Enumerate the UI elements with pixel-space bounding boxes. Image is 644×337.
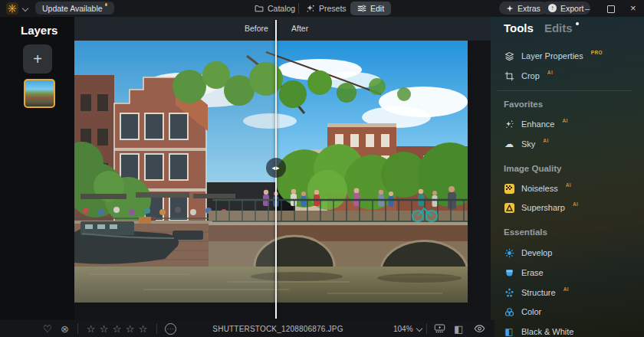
ai-badge: AI [543,138,548,143]
compare-arrows-icon: ◂▸ [271,164,280,172]
tool-item-erase[interactable]: Erase [504,265,544,280]
cloud-icon: ☁ [504,139,514,149]
tool-label: Sky [521,139,535,149]
chevron-down-icon [416,325,422,331]
section-heading-image-quality: Image Quality [504,164,561,173]
sun-icon [504,248,514,258]
tool-item-color[interactable]: Color [504,304,541,319]
tool-item-enhance[interactable]: Enhance AI [504,116,568,132]
star-rating: ☆ ☆ ☆ ☆ ☆ [84,320,150,337]
tool-label: Noiseless [521,184,558,193]
star-icon[interactable]: ☆ [123,323,136,335]
folder-icon [255,4,264,13]
tool-item-structure[interactable]: Structure AI [504,285,569,300]
app-window: { "titlebar": { "update_button": "Update… [0,0,644,337]
tab-presets[interactable]: Presets [306,2,347,15]
export-label: Export [560,4,583,13]
star-icon[interactable]: ☆ [97,323,110,335]
status-bar: ♡ ⊗ ☆ ☆ ☆ ☆ ☆ ··· SHUTTERSTOCK_120880687… [0,320,495,337]
more-options-button[interactable]: ··· [165,320,176,337]
tool-item-crop[interactable]: Crop AI [504,68,553,83]
nav-divider [298,3,299,14]
histogram-panel-icon[interactable] [434,320,445,337]
ai-badge: AI [573,201,578,207]
layers-panel: Layers + [0,17,74,320]
tools-panel-tabs: Tools Edits [504,21,579,34]
update-notification-dot [105,3,108,6]
layers-panel-title: Layers [21,24,58,37]
ai-badge: AI [562,118,567,123]
tool-label: Supersharp [521,203,565,212]
crop-icon [504,71,514,81]
update-available-label: Update Available [42,4,103,13]
tab-presets-label: Presets [319,4,347,13]
export-button[interactable]: ↑ Export [541,2,590,15]
compare-strip: Before After [74,17,491,41]
ellipsis-icon: ··· [165,323,176,335]
before-overlay [74,41,277,303]
tool-item-sky[interactable]: ☁ Sky AI [504,136,549,152]
add-layer-button[interactable]: + [23,44,52,74]
sliders-icon [357,4,366,13]
ai-badge: AI [547,70,553,75]
eraser-icon [504,268,514,278]
plus-icon: + [33,51,42,68]
tool-item-black-white[interactable]: ◧ Black & White [504,324,573,337]
half-filled-square-icon: ◧ [504,326,514,337]
zoom-level-value: 104% [393,325,413,333]
tool-item-noiseless[interactable]: Noiseless AI [504,181,571,196]
maximize-button[interactable] [607,5,615,13]
zoom-control[interactable]: 104% [393,325,422,333]
color-circles-icon [504,307,514,317]
tool-item-layer-properties[interactable]: Layer Properties PRO [504,48,603,64]
app-logo-icon[interactable] [6,2,18,15]
before-label: Before [245,24,268,33]
tab-tools[interactable]: Tools [504,21,534,34]
star-icon[interactable]: ☆ [136,323,150,335]
tab-edit-label: Edit [370,4,384,13]
statusbar-divider [77,323,78,334]
section-heading-essentials: Essentials [504,227,547,237]
after-label: After [291,24,308,33]
before-after-handle[interactable]: ◂▸ [266,158,286,178]
noiseless-icon [504,184,514,194]
tab-catalog[interactable]: Catalog [255,2,295,15]
app-menu-chevron-icon[interactable] [22,5,28,11]
canvas-area: Before After [74,17,491,320]
reject-icon[interactable]: ⊗ [61,320,69,337]
enhance-icon [504,119,514,129]
tool-item-supersharp[interactable]: Supersharp AI [504,200,578,215]
statusbar-divider [156,323,157,334]
tab-edits[interactable]: Edits [544,21,573,34]
structure-icon [504,288,514,298]
extras-label: Extras [518,4,540,13]
tool-label: Develop [521,248,552,257]
minimize-button[interactable]: – [585,0,590,17]
tools-panel: Tools Edits Layer Properties PRO Crop AI… [491,17,644,337]
layer-thumbnail-selected[interactable] [24,79,55,108]
edits-notification-dot [576,22,579,25]
favorite-heart-icon[interactable]: ♡ [43,320,52,337]
star-icon[interactable]: ☆ [110,323,123,335]
extras-button[interactable]: Extras [499,2,547,15]
tab-edit[interactable]: Edit [350,2,391,15]
ai-badge: AI [566,182,571,188]
tool-label: Layer Properties [521,51,583,61]
tab-catalog-label: Catalog [268,4,295,13]
pro-badge: PRO [591,50,603,55]
sparkles-icon [306,4,315,13]
tool-label: Structure [521,288,556,297]
title-bar: Update Available Catalog Presets Edit Ex… [0,0,644,17]
statusbar-divider [426,323,427,334]
tool-label: Enhance [521,119,554,129]
tool-item-develop[interactable]: Develop [504,245,552,260]
supersharp-icon [504,203,514,213]
update-available-button[interactable]: Update Available [35,2,114,15]
tool-label: Black & White [521,327,573,336]
star-icon[interactable]: ☆ [84,323,97,335]
close-button[interactable]: × [630,0,636,17]
ai-badge: AI [564,286,569,292]
layers-icon [504,51,514,61]
eye-preview-icon[interactable] [474,320,485,337]
compare-view-icon[interactable]: ◧ [454,320,463,337]
